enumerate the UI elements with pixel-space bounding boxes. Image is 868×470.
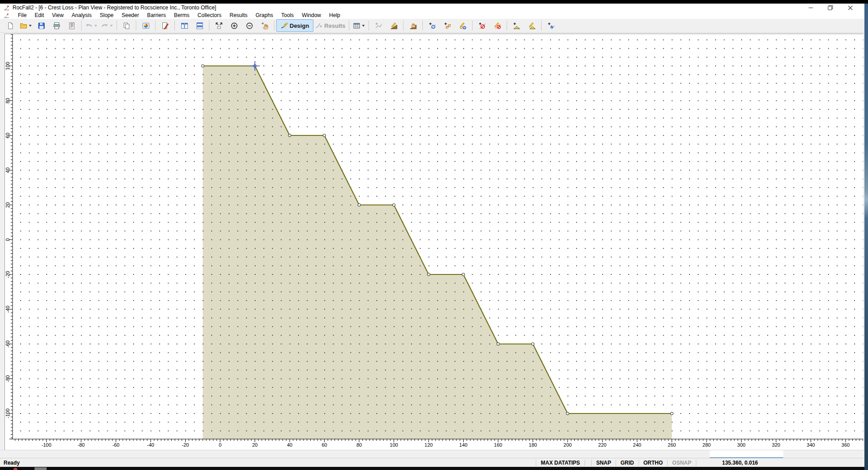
- slope-vertex[interactable]: [497, 343, 499, 345]
- split-horizontal-button[interactable]: [192, 19, 207, 32]
- slope-vertex[interactable]: [288, 134, 291, 137]
- slope-vertex[interactable]: [201, 65, 204, 67]
- slope-vertex[interactable]: [427, 273, 430, 276]
- pan-icon: [261, 22, 269, 30]
- x-axis-label: 20: [252, 442, 257, 448]
- menu-berms[interactable]: Berms: [170, 12, 194, 19]
- slope-vertex[interactable]: [323, 134, 326, 137]
- rocfall2-window: RocFall2 - [6 - Crest Loss - Plan View -…: [0, 4, 864, 467]
- y-axis-label: -60: [5, 340, 10, 348]
- save-file-button[interactable]: [34, 19, 49, 32]
- design-canvas[interactable]: -100-80-60-40-20020406080100-100-80-60-4…: [4, 34, 863, 450]
- design-mode-button[interactable]: Design: [276, 19, 313, 32]
- add-berm-button[interactable]: [509, 19, 524, 32]
- x-axis-label: 100: [390, 442, 398, 448]
- window-close-button[interactable]: [840, 4, 860, 12]
- window-title: RocFall2 - [6 - Crest Loss - Plan View -…: [13, 4, 216, 11]
- menu-window[interactable]: Window: [298, 12, 325, 19]
- move-slope-button[interactable]: [405, 19, 421, 32]
- menu-file[interactable]: File: [14, 12, 30, 19]
- max-datatips-toggle[interactable]: MAX DATATIPS: [536, 460, 585, 466]
- x-axis-label: 260: [668, 442, 676, 448]
- add-barrier-button[interactable]: [474, 19, 490, 32]
- menu-results[interactable]: Results: [226, 12, 252, 19]
- window-restore-button[interactable]: [820, 4, 840, 12]
- status-bar: Ready MAX DATATIPS SNAPGRIDORTHOOSNAP 13…: [0, 458, 864, 467]
- zoom-out-icon: [246, 22, 253, 30]
- add-line-seeder-button[interactable]: [440, 19, 455, 32]
- menu-barriers[interactable]: Barriers: [143, 12, 170, 19]
- slope-vertex[interactable]: [358, 204, 360, 206]
- edit-slope-button[interactable]: [386, 19, 401, 32]
- edit-berm-button[interactable]: [524, 19, 539, 32]
- y-axis-label: 20: [5, 202, 10, 208]
- new-file-button[interactable]: [3, 19, 18, 32]
- toolbar-separator: [155, 21, 156, 30]
- slope-surface-line[interactable]: [203, 66, 672, 413]
- x-axis-label: 200: [564, 442, 572, 448]
- zoom-extents-icon: [215, 22, 223, 30]
- dropdown-caret-icon: [94, 25, 97, 27]
- edit-slope-icon: [390, 22, 398, 30]
- y-axis-label: 0: [5, 238, 10, 241]
- menu-collectors[interactable]: Collectors: [194, 12, 226, 19]
- edit-markup-button[interactable]: [157, 19, 173, 32]
- edit-seeder-button[interactable]: [455, 19, 470, 32]
- slope-vertex[interactable]: [531, 343, 534, 345]
- status-toggle-snap[interactable]: SNAP: [591, 460, 616, 466]
- material-table-button[interactable]: [351, 19, 367, 32]
- menu-analysis[interactable]: Analysis: [68, 12, 96, 19]
- screen-capture-button[interactable]: [138, 19, 153, 32]
- slope-vertex[interactable]: [670, 412, 673, 415]
- add-vertex-button[interactable]: [371, 19, 386, 32]
- menu-tools[interactable]: Tools: [277, 12, 298, 19]
- undo-button[interactable]: [83, 19, 99, 32]
- x-axis-label: 240: [633, 442, 641, 448]
- split-vertical-button[interactable]: [177, 19, 192, 32]
- zoom-out-button[interactable]: [242, 19, 257, 32]
- menu-edit[interactable]: Edit: [30, 12, 48, 19]
- horizontal-scrollbar-thumb[interactable]: [710, 450, 783, 458]
- x-axis-label: 220: [598, 442, 606, 448]
- add-datatip-icon: a: [547, 22, 555, 30]
- copy-button[interactable]: [119, 19, 134, 32]
- toolbar-separator: [136, 21, 136, 30]
- table-icon: [353, 22, 360, 30]
- menu-view[interactable]: View: [48, 12, 68, 19]
- horizontal-scrollbar[interactable]: [0, 450, 864, 458]
- redo-icon: [101, 22, 108, 30]
- status-toggle-grid[interactable]: GRID: [616, 460, 638, 466]
- open-file-button[interactable]: [18, 19, 34, 32]
- add-seeder-button[interactable]: [425, 19, 440, 32]
- status-toggle-ortho[interactable]: ORTHO: [638, 460, 667, 466]
- menu-help[interactable]: Help: [325, 12, 344, 19]
- toolbar-separator: [209, 21, 209, 30]
- pan-button[interactable]: [257, 19, 272, 32]
- restore-icon: [828, 5, 833, 10]
- menu-graphs[interactable]: Graphs: [252, 12, 277, 19]
- x-axis-label: 340: [807, 442, 815, 448]
- slope-vertex[interactable]: [566, 412, 569, 415]
- slope-vertex[interactable]: [392, 204, 395, 206]
- status-toggle-osnap[interactable]: OSNAP: [667, 460, 696, 466]
- taskbar-button[interactable]: [35, 467, 47, 470]
- x-axis-label: 140: [459, 442, 467, 448]
- report-generator-button[interactable]: [64, 19, 79, 32]
- y-axis-label: -100: [5, 409, 10, 418]
- y-axis-label: 40: [5, 167, 10, 173]
- zoom-extents-button[interactable]: [211, 19, 226, 32]
- menu-slope[interactable]: Slope: [96, 12, 118, 19]
- slope-vertex[interactable]: [462, 273, 464, 276]
- design-mode-label: Design: [290, 22, 309, 29]
- edit-barrier-button[interactable]: [490, 19, 505, 32]
- zoom-in-button[interactable]: [226, 19, 242, 32]
- print-button[interactable]: [49, 19, 64, 32]
- add-datatip-button[interactable]: a: [543, 19, 559, 32]
- redo-button[interactable]: [99, 19, 115, 32]
- y-axis-label: -80: [5, 375, 10, 383]
- menu-seeder[interactable]: Seeder: [117, 12, 143, 19]
- toolbar-separator: [541, 21, 542, 30]
- window-minimize-button[interactable]: [801, 4, 820, 12]
- results-mode-button[interactable]: Results: [313, 19, 347, 32]
- taskbar-app-icon[interactable]: [13, 468, 17, 470]
